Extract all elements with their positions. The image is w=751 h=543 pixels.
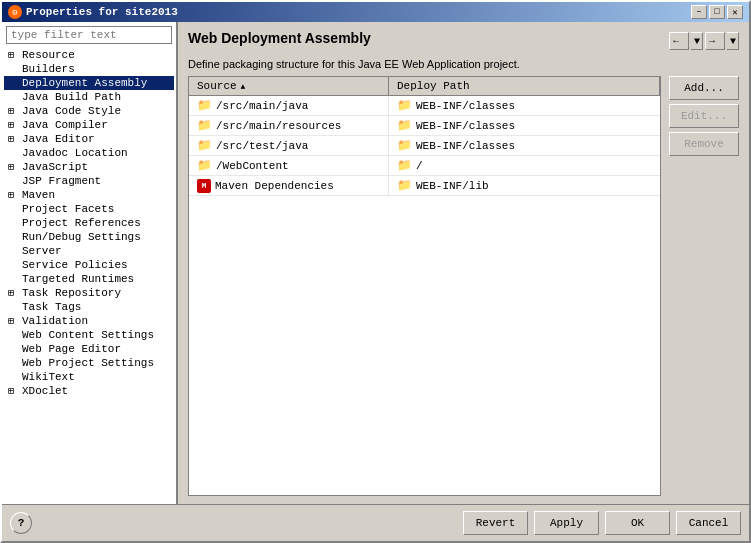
main-window: ⚙ Properties for site2013 – □ ✕ Resource…	[0, 0, 751, 543]
forward-button[interactable]: →	[705, 32, 725, 50]
java-editor-label: Java Editor	[22, 133, 95, 145]
sidebar-item-web-project-settings[interactable]: Web Project Settings	[4, 356, 174, 370]
table-row[interactable]: 📁 /src/main/java 📁 WEB-INF/classes	[189, 96, 660, 116]
task-repository-label: Task Repository	[22, 287, 121, 299]
apply-button[interactable]: Apply	[534, 511, 599, 535]
panel-title: Web Deployment Assembly	[188, 30, 371, 46]
sidebar-item-targeted-runtimes[interactable]: Targeted Runtimes	[4, 272, 174, 286]
validation-label: Validation	[22, 315, 88, 327]
project-references-label: Project References	[22, 217, 141, 229]
folder-icon: 📁	[197, 138, 212, 153]
title-bar-left: ⚙ Properties for site2013	[8, 5, 178, 19]
table-row[interactable]: M Maven Dependencies 📁 WEB-INF/lib	[189, 176, 660, 196]
revert-button[interactable]: Revert	[463, 511, 528, 535]
xdoclet-label: XDoclet	[22, 385, 68, 397]
wikitext-label: WikiText	[22, 371, 75, 383]
table-row[interactable]: 📁 /src/main/resources 📁 WEB-INF/classes	[189, 116, 660, 136]
source-cell: 📁 /src/main/resources	[189, 116, 389, 135]
sidebar-item-wikitext[interactable]: WikiText	[4, 370, 174, 384]
folder-icon: 📁	[197, 118, 212, 133]
deploy-cell: 📁 WEB-INF/classes	[389, 96, 660, 115]
jsp-fragment-label: JSP Fragment	[22, 175, 101, 187]
maven-label: Maven	[22, 189, 55, 201]
source-cell: 📁 /src/main/java	[189, 96, 389, 115]
bottom-left: ?	[10, 512, 32, 534]
folder-icon: 📁	[197, 158, 212, 173]
main-content: Resource Builders Deployment Assembly Ja…	[2, 22, 749, 504]
folder-icon: 📁	[397, 158, 412, 173]
resource-label: Resource	[22, 49, 75, 61]
title-bar: ⚙ Properties for site2013 – □ ✕	[2, 2, 749, 22]
window-title: Properties for site2013	[26, 6, 178, 18]
sidebar-item-project-references[interactable]: Project References	[4, 216, 174, 230]
javascript-label: JavaScript	[22, 161, 88, 173]
deploy-cell: 📁 WEB-INF/classes	[389, 136, 660, 155]
table-header: Source ▲ Deploy Path	[189, 77, 660, 96]
sidebar-item-validation[interactable]: Validation	[4, 314, 174, 328]
web-project-settings-label: Web Project Settings	[22, 357, 154, 369]
help-button[interactable]: ?	[10, 512, 32, 534]
task-tags-label: Task Tags	[22, 301, 81, 313]
back-button[interactable]: ←	[669, 32, 689, 50]
folder-icon: 📁	[397, 178, 412, 193]
sidebar-item-java-build-path[interactable]: Java Build Path	[4, 90, 174, 104]
targeted-runtimes-label: Targeted Runtimes	[22, 273, 134, 285]
folder-icon: 📁	[397, 138, 412, 153]
sidebar-item-service-policies[interactable]: Service Policies	[4, 258, 174, 272]
edit-button[interactable]: Edit...	[669, 104, 739, 128]
sidebar-item-server[interactable]: Server	[4, 244, 174, 258]
bottom-right: Revert Apply OK Cancel	[463, 511, 741, 535]
run-debug-label: Run/Debug Settings	[22, 231, 141, 243]
source-cell: M Maven Dependencies	[189, 176, 389, 195]
builders-label: Builders	[22, 63, 75, 75]
table-row[interactable]: 📁 /src/test/java 📁 WEB-INF/classes	[189, 136, 660, 156]
bottom-bar: ? Revert Apply OK Cancel	[2, 504, 749, 541]
sidebar-item-run-debug[interactable]: Run/Debug Settings	[4, 230, 174, 244]
sidebar-item-task-tags[interactable]: Task Tags	[4, 300, 174, 314]
back-dropdown[interactable]: ▼	[691, 32, 703, 50]
forward-dropdown[interactable]: ▼	[727, 32, 739, 50]
javadoc-location-label: Javadoc Location	[22, 147, 128, 159]
filter-input[interactable]	[6, 26, 172, 44]
sidebar-item-project-facets[interactable]: Project Facets	[4, 202, 174, 216]
table-row[interactable]: 📁 /WebContent 📁 /	[189, 156, 660, 176]
window-icon: ⚙	[8, 5, 22, 19]
sidebar-item-resource[interactable]: Resource	[4, 48, 174, 62]
sidebar-item-java-editor[interactable]: Java Editor	[4, 132, 174, 146]
action-buttons: Add... Edit... Remove	[661, 76, 739, 496]
deploy-path-column-header[interactable]: Deploy Path	[389, 77, 660, 95]
server-label: Server	[22, 245, 62, 257]
folder-icon: 📁	[397, 98, 412, 113]
sidebar-item-jsp-fragment[interactable]: JSP Fragment	[4, 174, 174, 188]
folder-icon: 📁	[197, 98, 212, 113]
source-cell: 📁 /WebContent	[189, 156, 389, 175]
source-column-header[interactable]: Source ▲	[189, 77, 389, 95]
close-button[interactable]: ✕	[727, 5, 743, 19]
right-panel: Web Deployment Assembly ← ▼ → ▼ Define p…	[178, 22, 749, 504]
sidebar-item-task-repository[interactable]: Task Repository	[4, 286, 174, 300]
remove-button[interactable]: Remove	[669, 132, 739, 156]
deploy-cell: 📁 /	[389, 156, 660, 175]
sidebar-item-java-code-style[interactable]: Java Code Style	[4, 104, 174, 118]
cancel-button[interactable]: Cancel	[676, 511, 741, 535]
minimize-button[interactable]: –	[691, 5, 707, 19]
sidebar-item-javascript[interactable]: JavaScript	[4, 160, 174, 174]
content-area: Source ▲ Deploy Path 📁 /src/main/java	[188, 76, 739, 496]
sidebar-item-deployment-assembly[interactable]: Deployment Assembly	[4, 76, 174, 90]
sidebar-item-javadoc-location[interactable]: Javadoc Location	[4, 146, 174, 160]
maximize-button[interactable]: □	[709, 5, 725, 19]
sidebar-item-web-page-editor[interactable]: Web Page Editor	[4, 342, 174, 356]
java-build-path-label: Java Build Path	[22, 91, 121, 103]
project-facets-label: Project Facets	[22, 203, 114, 215]
navigation-buttons: ← ▼ → ▼	[669, 32, 739, 50]
sidebar-item-web-content-settings[interactable]: Web Content Settings	[4, 328, 174, 342]
sidebar-item-java-compiler[interactable]: Java Compiler	[4, 118, 174, 132]
deployment-assembly-label: Deployment Assembly	[22, 77, 147, 89]
ok-button[interactable]: OK	[605, 511, 670, 535]
sidebar-item-builders[interactable]: Builders	[4, 62, 174, 76]
web-page-editor-label: Web Page Editor	[22, 343, 121, 355]
add-button[interactable]: Add...	[669, 76, 739, 100]
java-code-style-label: Java Code Style	[22, 105, 121, 117]
sidebar-item-xdoclet[interactable]: XDoclet	[4, 384, 174, 398]
sidebar-item-maven[interactable]: Maven	[4, 188, 174, 202]
